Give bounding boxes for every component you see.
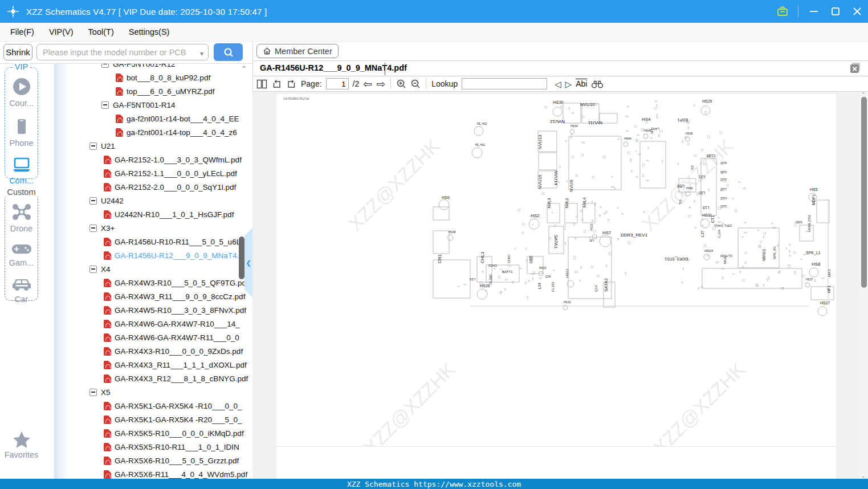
collapse-toggle-icon[interactable] — [101, 101, 109, 109]
tree-file[interactable]: GA-RX4W3-R10___5_0_5_QF9TG.pdf — [104, 276, 248, 290]
menu-item-settingss[interactable]: Settings(S) — [129, 27, 170, 36]
tree-folder[interactable]: X4 — [89, 262, 111, 276]
menu-item-vipv[interactable]: VIP(V) — [49, 27, 74, 36]
tree-file[interactable]: GA-RX4X3_R12___8_1_8_cBNYG.pdf — [104, 372, 248, 385]
collapse-panel-handle[interactable]: ❮ — [244, 228, 252, 298]
close-button[interactable] — [851, 5, 863, 18]
tree-scrollbar-thumb[interactable] — [239, 237, 244, 279]
rotate-left-icon[interactable] — [271, 79, 282, 89]
prev-page-icon[interactable]: ⇦ — [363, 79, 372, 89]
shrink-button[interactable]: Shrink — [3, 44, 32, 60]
tree-file[interactable]: GA-RX5X5-R10-R11___1_0_1_IDIN — [104, 440, 239, 454]
tree-file[interactable]: GA-R2152-1.0___3_0_3_QWfmL.pdf — [104, 153, 242, 166]
find-prev-icon[interactable]: ◁ — [555, 80, 561, 88]
tree-file[interactable]: GA-RX5K5-R10___0_0_0_iKMqD.pdf — [104, 426, 244, 440]
pcb-component-label: SPK_L1 — [806, 251, 821, 255]
tree-folder[interactable]: X3+ — [89, 221, 115, 235]
pdf-file-icon — [104, 292, 111, 301]
menu-item-filef[interactable]: File(F) — [10, 27, 34, 36]
maximize-button[interactable] — [829, 5, 842, 18]
tree-file[interactable]: ga-f2nt001-r14-bot___4_0_4_EE — [116, 112, 239, 125]
sidebar-item-label: Cour... — [9, 99, 34, 108]
tree-file[interactable]: GA-RX5X6-R11___4_0_4_WVdm5.pdf — [104, 467, 247, 479]
chevron-down-icon[interactable]: ▾ — [200, 50, 203, 58]
pdf-toolbar: Page: 1 /2 ⇦ ⇨ Lookup ◁ ▷ Abi — [252, 76, 868, 92]
tree-file[interactable]: GA-RX4W6-GA-RX4W7-R10___14_ — [104, 317, 240, 331]
pcb-component-label: NVU15 — [537, 174, 543, 189]
tree-folder[interactable]: GA-F5NT001-R14 — [101, 98, 176, 112]
pcb-component-label: HS32 — [564, 300, 571, 304]
tree-folder[interactable]: X5 — [89, 385, 111, 399]
tree-scrollbar[interactable] — [239, 64, 244, 479]
lookup-label: Lookup — [431, 79, 458, 88]
collapse-toggle-icon[interactable] — [89, 389, 97, 396]
tree-file[interactable]: GA-R1456U-R10-R11___5_0_5_u6L — [104, 235, 241, 248]
collapse-toggle-icon[interactable] — [101, 64, 109, 68]
sidebar-item-drone[interactable]: Drone — [5, 202, 38, 233]
member-center-button[interactable]: Member Center — [256, 44, 339, 58]
pdf-file-icon — [104, 306, 111, 315]
scroll-down-icon[interactable]: ⌄ — [861, 473, 866, 479]
watermark-text: XZZ@XZZHK — [344, 135, 445, 235]
viewer-scrollbar-thumb[interactable] — [861, 97, 867, 288]
pcb-component-label: NVU12 — [550, 119, 565, 124]
tree-file[interactable]: GA-RX4W6-GA-RX4W7-R11___0_0 — [104, 331, 239, 344]
sidebar-item-car[interactable]: Car — [5, 276, 38, 304]
pdf-page[interactable]: XZZ@XZZHKXZZ@XZZHKXZZ@XZZHKXZZ@XZZHKGA-R… — [276, 94, 836, 479]
tree-file[interactable]: GA-RX4X3-R10___0_0_0_9ZxDs.pdf — [104, 344, 243, 358]
tree-file[interactable]: GA-R2152-1.1___0_0_0_yLEcL.pdf — [104, 166, 237, 180]
tree-folder[interactable]: GA-F5NT001-R12 — [101, 64, 176, 71]
next-page-icon[interactable]: ⇨ — [376, 79, 385, 89]
tree-file[interactable]: top___6_0_6_uMYRZ.pdf — [116, 84, 215, 98]
sidebar-item-phone[interactable]: Phone — [5, 117, 38, 148]
model-search-input[interactable]: Please input the model number or PCB ▾ — [36, 44, 209, 60]
minimize-button[interactable] — [808, 5, 820, 18]
search-button[interactable] — [214, 43, 243, 61]
zoom-out-icon[interactable] — [410, 79, 421, 89]
tree-file[interactable]: GA-R2152-2.0___0_0_0_SqY1l.pdf — [104, 180, 236, 194]
briefcase-icon[interactable] — [776, 5, 789, 18]
collapse-toggle-icon[interactable] — [89, 266, 97, 273]
pcb-component-label: Q576 — [720, 178, 727, 181]
tree-file[interactable]: GA-R1456U-R12___9_0_9_MNaT4.pdf — [104, 248, 250, 262]
viewer-scrollbar[interactable]: ⌃ ⌄ — [859, 92, 868, 479]
collapse-toggle-icon[interactable] — [89, 142, 97, 150]
find-next-icon[interactable]: ▷ — [565, 80, 572, 88]
tree-file[interactable]: GA-RX4W3_R11___9_0_9_8ccCz.pdf — [104, 290, 245, 303]
tree-file[interactable]: GA-RX5X6-R10___5_0_5_Grzzt.pdf — [104, 454, 239, 467]
rotate-right-icon[interactable] — [286, 79, 297, 89]
sidebar-item-cour[interactable]: Cour... — [5, 77, 38, 108]
tree-folder[interactable]: U2442 — [89, 194, 124, 207]
sidebar-item-favorites[interactable]: Favorites — [0, 431, 43, 459]
menu-item-toolt[interactable]: Tool(T) — [88, 27, 114, 36]
pcb-component-label: Q579 — [720, 171, 727, 174]
pdf-file-icon — [104, 251, 111, 260]
lookup-input[interactable] — [462, 78, 547, 89]
tree-file[interactable]: GA-RX4X3_R11___1_1_1_dXOXL.pdf — [104, 358, 247, 372]
close-tab-icon[interactable] — [849, 62, 861, 74]
collapse-toggle-icon[interactable] — [89, 197, 97, 205]
pdf-file-icon — [104, 347, 111, 356]
zoom-in-icon[interactable] — [396, 79, 406, 89]
tree-file[interactable]: U2442N-R10___1_0_1_HsGJF.pdf — [104, 207, 234, 221]
tree-file[interactable]: ga-f2nt001-r14-top___4_0_4_z6 — [116, 125, 237, 139]
sidebar-item-com[interactable]: Com... — [5, 157, 38, 185]
pcb-component-label: BATT1 — [502, 270, 513, 274]
sidebar-item-gam[interactable]: Gam... — [5, 242, 38, 267]
search-row: Shrink Please input the model number or … — [0, 42, 252, 64]
pdf-viewer[interactable]: XZZ@XZZHKXZZ@XZZHKXZZ@XZZHKXZZ@XZZHKGA-R… — [252, 92, 868, 479]
collapse-toggle-icon[interactable] — [89, 225, 97, 232]
tree-file[interactable]: GA-RX5K1-GA-RX5K4 -R10___0_0_ — [104, 399, 242, 413]
pcb-component-label: HS33 — [539, 266, 547, 270]
page-layout-icon[interactable] — [256, 79, 267, 89]
tree-file-label: GA-R1456U-R12___9_0_9_MNaT4.pdf — [115, 251, 250, 260]
tree-file[interactable]: GA-RX4W5-R10___3_0_3_8FNvX.pdf — [104, 303, 246, 317]
tree-file[interactable]: bot___8_0_8_kuP92.pdf — [116, 71, 210, 84]
tree-file[interactable]: GA-RX5K1-GA-RX5K4 -R20___5_0_ — [104, 413, 242, 426]
match-case-button[interactable]: Abi — [576, 79, 587, 88]
pcb-component-label: L37 — [700, 230, 704, 237]
pcb-component-label: U35 — [529, 256, 533, 263]
tree-folder[interactable]: U21 — [89, 139, 115, 153]
binoculars-icon[interactable] — [591, 79, 604, 89]
page-number-input[interactable]: 1 — [326, 78, 349, 89]
